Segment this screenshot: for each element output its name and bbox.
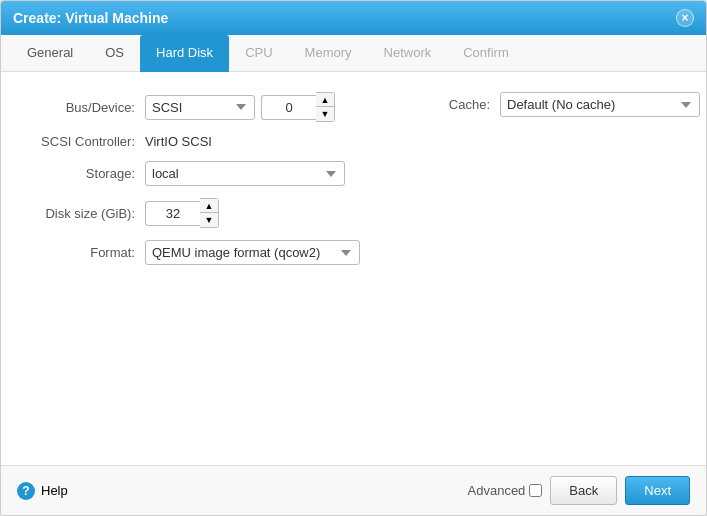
tab-network: Network [368,35,448,72]
tab-confirm: Confirm [447,35,525,72]
format-select[interactable]: QEMU image format (qcow2) [145,240,360,265]
help-icon[interactable]: ? [17,482,35,500]
form-left: Bus/Device: SCSI ▲ ▼ [25,92,360,277]
bus-select[interactable]: SCSI [145,95,255,120]
disk-size-row: Disk size (GiB): ▲ ▼ [25,198,360,228]
format-row: Format: QEMU image format (qcow2) [25,240,360,265]
form-right: Cache: Default (No cache) [360,92,700,277]
scsi-controller-row: SCSI Controller: VirtIO SCSI [25,134,360,149]
tabs-bar: General OS Hard Disk CPU Memory Network … [1,35,706,72]
bus-device-controls: SCSI ▲ ▼ [145,92,335,122]
footer-left: ? Help [17,482,68,500]
disk-size-input[interactable] [145,201,200,226]
back-button[interactable]: Back [550,476,617,505]
advanced-checkbox[interactable] [529,484,542,497]
storage-select[interactable]: local [145,161,345,186]
tab-hard-disk[interactable]: Hard Disk [140,35,229,72]
close-button[interactable]: × [676,9,694,27]
dialog-header: Create: Virtual Machine × [1,1,706,35]
tab-general[interactable]: General [11,35,89,72]
device-up-button[interactable]: ▲ [316,93,334,107]
cache-row: Cache: Default (No cache) [380,92,700,117]
advanced-label: Advanced [468,483,526,498]
storage-label: Storage: [25,166,145,181]
cache-select[interactable]: Default (No cache) [500,92,700,117]
form-content: Bus/Device: SCSI ▲ ▼ [1,72,706,465]
tab-cpu: CPU [229,35,288,72]
next-button[interactable]: Next [625,476,690,505]
disk-size-up-button[interactable]: ▲ [200,199,218,213]
form-section: Bus/Device: SCSI ▲ ▼ [25,92,682,277]
disk-size-spinner: ▲ ▼ [200,198,219,228]
disk-size-down-button[interactable]: ▼ [200,213,218,227]
device-number-input[interactable] [261,95,316,120]
dialog-footer: ? Help Advanced Back Next [1,465,706,515]
tab-memory: Memory [289,35,368,72]
dialog: Create: Virtual Machine × General OS Har… [0,0,707,516]
footer-right: Advanced Back Next [468,476,690,505]
dialog-title: Create: Virtual Machine [13,10,168,26]
advanced-wrap: Advanced [468,483,543,498]
bus-device-label: Bus/Device: [25,100,145,115]
device-down-button[interactable]: ▼ [316,107,334,121]
storage-row: Storage: local [25,161,360,186]
device-spinner: ▲ ▼ [316,92,335,122]
scsi-controller-label: SCSI Controller: [25,134,145,149]
tab-os[interactable]: OS [89,35,140,72]
format-label: Format: [25,245,145,260]
cache-label: Cache: [380,97,500,112]
disk-size-wrap: ▲ ▼ [145,198,219,228]
disk-size-label: Disk size (GiB): [25,206,145,221]
scsi-controller-value: VirtIO SCSI [145,134,212,149]
help-label: Help [41,483,68,498]
device-number-wrap: ▲ ▼ [261,92,335,122]
bus-device-row: Bus/Device: SCSI ▲ ▼ [25,92,360,122]
